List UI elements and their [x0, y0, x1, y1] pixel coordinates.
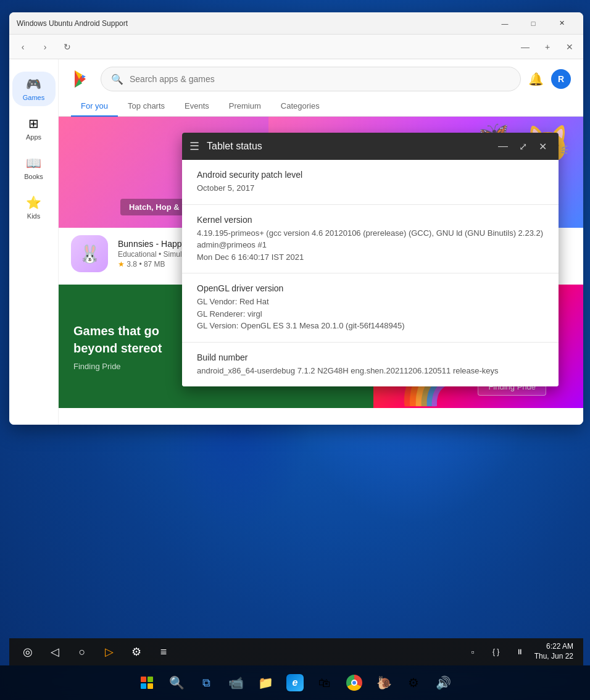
taskbar-store-button[interactable]: 🛍 — [311, 669, 338, 696]
dialog-title: Tablet status — [207, 141, 487, 152]
windows-logo-icon — [141, 677, 153, 689]
taskbar-search-button[interactable]: 🔍 — [163, 669, 190, 696]
info-value-security: October 5, 2017 — [197, 182, 544, 194]
android-taskbar-left: ◎ ◁ ○ ▷ ⚙ ≡ — [19, 643, 464, 660]
green-banner-text: Games that go beyond stereot Finding Pri… — [59, 307, 177, 386]
info-value-build: android_x86_64-userdebug 7.1.2 N2G48H en… — [197, 365, 544, 377]
dialog-body: Android security patch level October 5, … — [182, 160, 559, 386]
taskbar-start-button[interactable] — [133, 669, 160, 696]
dialog-close-button[interactable]: ✕ — [534, 138, 551, 155]
title-bar-controls: — □ ✕ — [491, 12, 576, 35]
android-taskbar: ◎ ◁ ○ ▷ ⚙ ≡ ▫ { } ⏸ 6:22 AM Thu, Jun 22 — [9, 638, 583, 665]
search-bar[interactable]: 🔍 — [101, 67, 521, 91]
play-logo — [71, 68, 93, 90]
stars-icon: ★ — [118, 260, 125, 269]
android-screen-icon[interactable]: ▫ — [464, 643, 481, 660]
maximize-button[interactable]: □ — [519, 12, 547, 35]
time-display: 6:22 AM — [534, 642, 573, 652]
search-icon: 🔍 — [111, 73, 123, 85]
sidebar-item-games[interactable]: 🎮 Games — [12, 72, 56, 106]
nav-maximize-button[interactable]: + — [539, 38, 556, 56]
browser-nav: ‹ › ↻ — + ✕ — [9, 35, 583, 59]
taskbar-files-button[interactable]: 📁 — [252, 669, 279, 696]
dialog-menu-icon[interactable]: ☰ — [189, 140, 199, 153]
android-icon-menu[interactable]: ≡ — [155, 643, 172, 660]
windows-taskbar: 🔍 ⧉ 📹 📁 e 🛍 🐌 ⚙ 🔊 — [0, 665, 590, 700]
taskbar-task-view-button[interactable]: ⧉ — [193, 669, 220, 696]
meet-icon: 📹 — [228, 675, 244, 690]
task-view-icon: ⧉ — [202, 677, 210, 690]
taskbar-edge-button[interactable]: e — [281, 669, 309, 696]
dialog-title-bar: ☰ Tablet status — ⤢ ✕ — [182, 133, 559, 160]
dialog-minimize-button[interactable]: — — [494, 138, 512, 155]
info-label-opengl: OpenGL driver version — [197, 283, 544, 293]
nav-back-button[interactable]: ‹ — [14, 38, 31, 56]
sidebar-apps-label: Apps — [26, 133, 41, 141]
sidebar-item-apps[interactable]: ⊞ Apps — [12, 111, 56, 146]
play-icon[interactable]: ▷ — [101, 643, 118, 660]
avatar[interactable]: R — [551, 69, 571, 89]
taskbar-chrome-button[interactable] — [341, 669, 368, 696]
app-size: 87 MB — [144, 260, 165, 269]
sidebar-kids-label: Kids — [27, 212, 40, 220]
title-bar: Windows Ubuntu Android Support — □ ✕ — [9, 12, 583, 35]
tablet-status-dialog: ☰ Tablet status — ⤢ ✕ Android security p… — [182, 133, 559, 386]
dialog-maximize-button[interactable]: ⤢ — [514, 138, 531, 155]
taskbar-meet-button[interactable]: 📹 — [222, 669, 249, 696]
info-row-security: Android security patch level October 5, … — [182, 160, 559, 205]
android-code-icon[interactable]: { } — [488, 643, 505, 660]
taskbar-time: 6:22 AM Thu, Jun 22 — [534, 642, 573, 661]
nav-close-button[interactable]: ✕ — [561, 38, 578, 56]
tab-events[interactable]: Events — [175, 96, 219, 117]
main-window: Windows Ubuntu Android Support — □ ✕ ‹ ›… — [9, 12, 583, 425]
android-icon-settings[interactable]: ◎ — [19, 643, 36, 660]
tab-top-charts[interactable]: Top charts — [118, 96, 175, 117]
window-title: Windows Ubuntu Android Support — [17, 19, 491, 28]
settings-taskbar-icon: ⚙ — [408, 675, 419, 690]
android-pause-icon[interactable]: ⏸ — [511, 643, 528, 660]
app-icon-bunnsies: 🐰 — [71, 235, 108, 272]
search-taskbar-icon: 🔍 — [169, 675, 185, 690]
tab-categories[interactable]: Categories — [271, 96, 330, 117]
taskbar-app8-button[interactable]: 🐌 — [370, 669, 397, 696]
apps-icon: ⊞ — [28, 116, 39, 131]
sidebar-item-kids[interactable]: ⭐ Kids — [12, 190, 56, 225]
kids-icon: ⭐ — [26, 195, 41, 210]
chrome-icon — [346, 675, 362, 691]
android-icon-gear[interactable]: ⚙ — [128, 643, 145, 660]
sidebar-item-books[interactable]: 📖 Books — [12, 151, 56, 185]
volume-icon: 🔊 — [436, 675, 451, 690]
android-icon-back[interactable]: ◁ — [46, 643, 64, 660]
notification-bell-icon[interactable]: 🔔 — [528, 72, 544, 86]
green-banner-title: Games that go beyond stereot — [73, 322, 162, 357]
tab-for-you[interactable]: For you — [71, 96, 118, 117]
android-icon-home[interactable]: ○ — [73, 643, 91, 660]
games-icon: 🎮 — [26, 77, 41, 91]
edge-icon: e — [286, 674, 304, 691]
info-row-build: Build number android_x86_64-userdebug 7.… — [182, 343, 559, 387]
nav-refresh-button[interactable]: ↻ — [59, 38, 76, 56]
green-banner-sub-left: Finding Pride — [73, 362, 162, 371]
date-display: Thu, Jun 22 — [534, 652, 573, 662]
snail-icon: 🐌 — [376, 675, 392, 690]
sidebar-books-label: Books — [24, 173, 43, 180]
dialog-controls: — ⤢ ✕ — [494, 138, 551, 155]
info-value-kernel: 4.19.195-primeos+ (gcc version 4.6 20120… — [197, 227, 544, 264]
nav-minimize-button[interactable]: — — [517, 38, 534, 56]
info-value-opengl: GL Vendor: Red Hat GL Renderer: virgl GL… — [197, 296, 544, 332]
files-icon: 📁 — [258, 675, 273, 690]
tab-premium[interactable]: Premium — [219, 96, 271, 117]
info-row-opengl: OpenGL driver version GL Vendor: Red Hat… — [182, 273, 559, 343]
info-row-kernel: Kernel version 4.19.195-primeos+ (gcc ve… — [182, 205, 559, 274]
search-input[interactable] — [130, 74, 510, 84]
info-label-kernel: Kernel version — [197, 215, 544, 225]
nav-forward-button[interactable]: › — [36, 38, 54, 56]
close-button[interactable]: ✕ — [547, 12, 576, 35]
taskbar-settings-button[interactable]: ⚙ — [400, 669, 427, 696]
android-taskbar-right: ▫ { } ⏸ 6:22 AM Thu, Jun 22 — [464, 642, 573, 661]
taskbar-volume-button[interactable]: 🔊 — [430, 669, 457, 696]
info-label-security: Android security patch level — [197, 170, 544, 180]
minimize-button[interactable]: — — [491, 12, 519, 35]
sidebar-games-label: Games — [23, 94, 44, 101]
header-icons: 🔔 R — [528, 69, 571, 89]
